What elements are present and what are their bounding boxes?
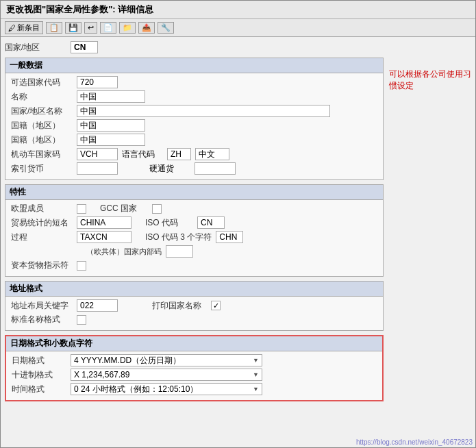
- input-motor[interactable]: [77, 148, 118, 160]
- label-name: 名称: [11, 91, 73, 103]
- dropdown-date-arrow: ▼: [253, 357, 259, 364]
- input-nationality1[interactable]: [77, 119, 145, 132]
- pair-eu: 欧盟成员: [11, 203, 86, 214]
- label-hard-currency: 硬通货: [149, 163, 190, 175]
- folder-button[interactable]: 📁: [119, 22, 136, 34]
- label-layout: 地址布局关键字: [11, 300, 73, 312]
- checkbox-gcc[interactable]: [152, 204, 162, 214]
- row-country-code: 可选国家代码: [11, 76, 377, 88]
- country-value: CN: [71, 41, 98, 53]
- section-general-body: 可选国家代码 名称 国家/地区名称 国籍（地区）: [5, 73, 383, 179]
- row-motor: 机动车国家码 语言代码: [11, 148, 377, 160]
- dropdown-time-format[interactable]: 0 24 小时格式（例如：12:05:10） ▼: [71, 383, 262, 395]
- pair-process: 过程: [11, 231, 131, 243]
- section-date-title: 日期格式和小数点字符: [6, 336, 382, 351]
- section-general-title: 一般数据: [5, 58, 383, 73]
- checkbox-print[interactable]: ✓: [211, 301, 221, 310]
- input-lang-name[interactable]: [195, 148, 229, 160]
- country-label: 国家/地区: [5, 42, 66, 53]
- checkbox-capital[interactable]: [77, 261, 86, 271]
- pair-eu-internal: （欧共体）国家内部码: [86, 245, 193, 258]
- input-index-currency[interactable]: [77, 162, 118, 175]
- toolbar: 🖊 新条目 📋 💾 ↩ 📄 📁 📤 🔧: [1, 19, 475, 37]
- row-date-format: 日期格式 4 YYYY.MM.DD（公历日期） ▼: [12, 354, 377, 366]
- new-entry-label: 新条目: [17, 23, 40, 33]
- dropdown-decimal-format[interactable]: X 1,234,567.89 ▼: [71, 369, 262, 381]
- pair-iso3: ISO 代码 3 个字符: [145, 231, 243, 243]
- label-lang-code: 语言代码: [122, 149, 163, 160]
- copy-button[interactable]: 📋: [46, 22, 62, 34]
- section-special-body: 欧盟成员 GCC 国家 贸易统计的短名: [5, 200, 383, 276]
- doc-icon: 📄: [103, 23, 113, 32]
- folder-icon: 📁: [123, 23, 132, 32]
- row-standard: 标准名称格式: [11, 314, 377, 325]
- side-note: 可以根据各公司使用习惯设定: [389, 41, 471, 443]
- input-iso3[interactable]: [216, 231, 243, 243]
- label-region-name: 国家/地区名称: [11, 105, 73, 117]
- section-special-title: 特性: [5, 185, 383, 200]
- checkbox-standard[interactable]: [77, 315, 86, 325]
- section-date-body: 日期格式 4 YYYY.MM.DD（公历日期） ▼ 十进制格式 X 1,234,…: [6, 351, 382, 400]
- row-eu-gcc: 欧盟成员 GCC 国家: [11, 203, 377, 214]
- undo-button[interactable]: ↩: [84, 22, 97, 34]
- label-print: 打印国家名称: [152, 300, 207, 312]
- copy-icon: 📋: [49, 23, 59, 32]
- main-form: 国家/地区 CN 一般数据 可选国家代码 名称 国家/地区名称: [5, 41, 384, 443]
- label-nationality1: 国籍（地区）: [11, 120, 73, 132]
- label-capital: 资本货物指示符: [11, 260, 73, 271]
- label-nationality2: 国籍（地区）: [11, 134, 73, 146]
- input-country-code[interactable]: [77, 76, 118, 88]
- input-name[interactable]: [77, 90, 145, 103]
- section-special: 特性 欧盟成员 GCC 国家 贸易统计的短: [5, 184, 384, 277]
- label-standard: 标准名称格式: [11, 314, 73, 325]
- row-name: 名称: [11, 90, 377, 103]
- label-time-format: 时间格式: [12, 384, 66, 395]
- row-currency: 索引货币 硬通货: [11, 162, 377, 175]
- pair-print: 打印国家名称 ✓: [152, 300, 221, 312]
- save-button[interactable]: 💾: [65, 22, 82, 34]
- label-process: 过程: [11, 232, 73, 243]
- checkbox-eu[interactable]: [77, 204, 86, 214]
- undo-icon: ↩: [88, 23, 94, 32]
- dropdown-date-format[interactable]: 4 YYYY.MM.DD（公历日期） ▼: [71, 354, 262, 366]
- row-capital: 资本货物指示符: [11, 260, 377, 271]
- pair-trade: 贸易统计的短名: [11, 216, 131, 229]
- export-icon: 📤: [142, 23, 151, 32]
- export-button[interactable]: 📤: [138, 22, 155, 34]
- input-layout[interactable]: [77, 299, 118, 312]
- input-region-name[interactable]: [77, 105, 330, 117]
- section-address: 地址格式 地址布局关键字 打印国家名称 ✓ 标准名称格式: [5, 281, 384, 331]
- section-address-body: 地址布局关键字 打印国家名称 ✓ 标准名称格式: [5, 297, 383, 330]
- row-eu-internal: （欧共体）国家内部码: [11, 245, 377, 258]
- label-gcc: GCC 国家: [100, 203, 148, 214]
- pair-iso: ISO 代码: [145, 216, 225, 229]
- row-region-name: 国家/地区名称: [11, 105, 377, 117]
- label-iso: ISO 代码: [145, 217, 193, 229]
- settings-button[interactable]: 🔧: [158, 22, 174, 34]
- input-lang-code[interactable]: [167, 148, 191, 160]
- input-hard-currency[interactable]: [195, 162, 236, 175]
- dropdown-decimal-value: X 1,234,567.89: [74, 370, 129, 379]
- dropdown-time-value: 0 24 小时格式（例如：12:05:10）: [74, 384, 198, 395]
- pair-layout: 地址布局关键字: [11, 299, 118, 312]
- dropdown-decimal-arrow: ▼: [253, 371, 259, 378]
- input-iso[interactable]: [197, 216, 225, 229]
- title-bar: 更改视图"国家全局性参数": 详细信息: [1, 1, 475, 19]
- label-country-code: 可选国家代码: [11, 77, 73, 88]
- pair-gcc: GCC 国家: [100, 203, 162, 214]
- row-nationality1: 国籍（地区）: [11, 119, 377, 132]
- input-nationality2[interactable]: [77, 134, 145, 146]
- window-title: 更改视图"国家全局性参数": 详细信息: [6, 4, 153, 14]
- doc-button[interactable]: 📄: [100, 22, 116, 34]
- label-eu-internal: （欧共体）国家内部码: [86, 247, 162, 257]
- dropdown-date-value: 4 YYYY.MM.DD（公历日期）: [74, 355, 181, 366]
- dropdown-time-arrow: ▼: [253, 386, 259, 393]
- input-trade[interactable]: [77, 216, 131, 229]
- label-trade: 贸易统计的短名: [11, 217, 73, 229]
- input-process[interactable]: [77, 231, 131, 243]
- input-eu-internal[interactable]: [166, 245, 193, 258]
- new-entry-button[interactable]: 🖊 新条目: [5, 21, 43, 34]
- label-index-currency: 索引货币: [11, 163, 73, 175]
- row-nationality2: 国籍（地区）: [11, 134, 377, 146]
- label-decimal-format: 十进制格式: [12, 369, 66, 381]
